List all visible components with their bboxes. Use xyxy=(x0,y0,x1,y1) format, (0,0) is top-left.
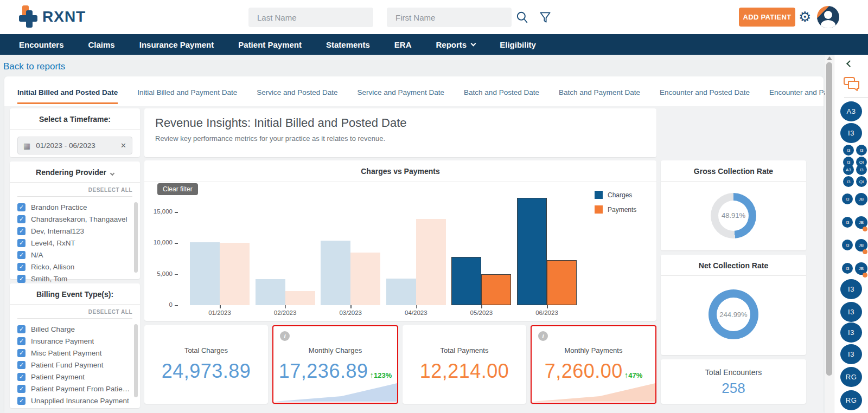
provider-deselect-all[interactable]: DESELECT ALL xyxy=(10,183,140,196)
last-name-input[interactable] xyxy=(248,8,373,27)
payments-bar-06/2023[interactable] xyxy=(547,260,577,305)
list-item[interactable]: ✓Unapplied Insurance Payment xyxy=(17,395,140,406)
legend-item-payments[interactable]: Payments xyxy=(595,205,636,214)
rail-avatar-A3[interactable]: A3 xyxy=(840,101,862,121)
checkbox-checked[interactable]: ✓ xyxy=(17,361,25,369)
rail-avatar-I3[interactable]: I3 xyxy=(842,217,853,228)
list-item[interactable]: ✓Dev, Internal123 xyxy=(17,225,140,237)
rail-avatar-I3[interactable]: I3 xyxy=(842,193,853,204)
payments-bar-03/2023[interactable] xyxy=(350,253,380,305)
checkbox-checked[interactable]: ✓ xyxy=(17,203,25,211)
legend-item-charges[interactable]: Charges xyxy=(595,191,636,199)
provider-title[interactable]: Rendering Provider xyxy=(10,162,140,183)
tab-batch-and-payment-date[interactable]: Batch and Payment Date xyxy=(559,88,640,104)
list-item[interactable]: ✓Billed Charge xyxy=(17,323,140,335)
tab-encounter-and-posted-date[interactable]: Encounter and Posted Date xyxy=(660,88,750,104)
rail-avatar-I3[interactable]: I3 xyxy=(856,145,867,156)
payments-bar-01/2023[interactable] xyxy=(220,243,250,305)
scrollbar-up-arrow[interactable] xyxy=(827,56,832,60)
list-item[interactable]: ✓Brandon Practice xyxy=(17,201,140,213)
checkbox-checked[interactable]: ✓ xyxy=(17,227,25,235)
tab-service-and-posted-date[interactable]: Service and Posted Date xyxy=(257,88,337,104)
charges-bar-04/2023[interactable] xyxy=(386,279,416,305)
rail-avatar-RG[interactable]: RG xyxy=(840,367,862,387)
checkbox-checked[interactable]: ✓ xyxy=(17,385,25,393)
rail-avatar-QI[interactable]: QI xyxy=(856,176,867,187)
scrollbar-thumb[interactable] xyxy=(826,62,832,376)
charges-bar-05/2023[interactable] xyxy=(451,257,481,305)
list-item[interactable]: ✓Patient Fund Payment xyxy=(17,359,140,371)
tab-initial-billed-and-posted-date[interactable]: Initial Billed and Posted Date xyxy=(17,88,118,104)
user-avatar[interactable] xyxy=(817,6,839,28)
list-item[interactable]: ✓Level4, RxNT xyxy=(17,237,140,249)
rxnt-logo[interactable]: RXNT xyxy=(18,5,86,28)
rail-avatar-JB[interactable]: JB xyxy=(855,193,867,205)
nav-item-era[interactable]: ERA xyxy=(394,40,412,49)
rail-avatar-I3[interactable]: I3 xyxy=(840,279,862,299)
nav-item-reports[interactable]: Reports xyxy=(436,40,476,49)
add-patient-button[interactable]: ADD PATIENT xyxy=(739,8,795,27)
nav-item-encounters[interactable]: Encounters xyxy=(19,40,64,49)
charges-bar-06/2023[interactable] xyxy=(517,198,547,305)
nav-item-patient-payment[interactable]: Patient Payment xyxy=(238,40,302,49)
checkbox-checked[interactable]: ✓ xyxy=(17,373,25,381)
list-item[interactable]: ✓Chandrasekaron, Thangaavel xyxy=(17,213,140,225)
checkbox-checked[interactable]: ✓ xyxy=(17,325,25,333)
checkbox-checked[interactable]: ✓ xyxy=(17,349,25,357)
rail-avatar-I3[interactable]: I3 xyxy=(840,123,862,143)
first-name-input[interactable] xyxy=(387,8,512,27)
rail-avatar-I3[interactable]: I3 xyxy=(843,176,854,187)
settings-gear-icon[interactable]: ⚙ xyxy=(799,8,811,25)
nav-item-eligibility[interactable]: Eligibility xyxy=(500,40,536,49)
checkbox-checked[interactable]: ✓ xyxy=(17,251,25,259)
tab-batch-and-posted-date[interactable]: Batch and Posted Date xyxy=(464,88,539,104)
rail-avatar-I3[interactable]: I3 xyxy=(840,302,862,322)
nav-item-insurance-payment[interactable]: Insurance Payment xyxy=(139,40,214,49)
rail-avatar-I3[interactable]: I3 xyxy=(843,145,854,156)
search-icon[interactable] xyxy=(515,10,529,24)
rail-avatar-I3[interactable]: I3 xyxy=(842,263,853,274)
checkbox-checked[interactable]: ✓ xyxy=(17,263,25,271)
billing-deselect-all[interactable]: DESELECT ALL xyxy=(10,305,140,318)
list-scrollbar-thumb[interactable] xyxy=(134,202,138,273)
metric-card-total-charges: Total Charges24,973.89 xyxy=(144,325,268,404)
checkbox-checked[interactable]: ✓ xyxy=(17,239,25,247)
nav-item-statements[interactable]: Statements xyxy=(326,40,370,49)
info-icon[interactable]: i xyxy=(280,331,290,341)
rail-avatar-RG[interactable]: RG xyxy=(840,390,862,410)
rail-avatar-A3[interactable]: A3 xyxy=(843,164,854,175)
checkbox-checked[interactable]: ✓ xyxy=(17,337,25,345)
tab-service-and-payment-date[interactable]: Service and Payment Date xyxy=(358,88,445,104)
payments-bar-05/2023[interactable] xyxy=(481,274,511,305)
checkbox-checked[interactable]: ✓ xyxy=(17,397,25,405)
info-icon[interactable]: i xyxy=(538,331,548,341)
back-to-reports-link[interactable]: Back to reports xyxy=(3,61,65,72)
checkbox-checked[interactable]: ✓ xyxy=(17,275,25,283)
list-item[interactable]: ✓Ricko, Allison xyxy=(17,261,140,273)
rail-avatar-I3[interactable]: I3 xyxy=(840,344,862,364)
nav-item-claims[interactable]: Claims xyxy=(88,40,115,49)
clear-filter-button[interactable]: Clear filter xyxy=(157,183,198,195)
list-item[interactable]: ✓Insurance Payment xyxy=(17,335,140,347)
collapse-chevron-icon[interactable] xyxy=(846,60,853,67)
filter-funnel-icon[interactable] xyxy=(538,10,552,24)
list-item[interactable]: ✓Patient Payment xyxy=(17,371,140,383)
tab-initial-billed-and-payment-date[interactable]: Initial Billed and Payment Date xyxy=(137,88,237,104)
chat-bubbles-icon[interactable] xyxy=(843,76,860,92)
timeframe-clear-icon[interactable]: ✕ xyxy=(120,141,126,150)
payments-bar-02/2023[interactable] xyxy=(285,291,315,305)
charges-bar-02/2023[interactable] xyxy=(256,279,285,305)
list-scrollbar-thumb[interactable] xyxy=(134,324,138,397)
rail-avatar-I3[interactable]: I3 xyxy=(856,164,867,175)
payments-bar-04/2023[interactable] xyxy=(416,219,446,305)
charges-bar-03/2023[interactable] xyxy=(321,241,350,305)
list-item[interactable]: ✓Smith, Tom xyxy=(17,273,140,285)
list-item[interactable]: ✓N/A xyxy=(17,249,140,261)
rail-avatar-I3[interactable]: I3 xyxy=(842,240,853,250)
rail-avatar-I3[interactable]: I3 xyxy=(840,322,862,343)
list-item[interactable]: ✓Patient Payment From Patient Fu... xyxy=(17,383,140,395)
checkbox-checked[interactable]: ✓ xyxy=(17,215,25,223)
charges-bar-01/2023[interactable] xyxy=(190,242,220,305)
timeframe-input[interactable]: ▦ 01/2023 - 06/2023 ✕ xyxy=(17,137,132,154)
list-item[interactable]: ✓Misc Patient Payment xyxy=(17,347,140,359)
